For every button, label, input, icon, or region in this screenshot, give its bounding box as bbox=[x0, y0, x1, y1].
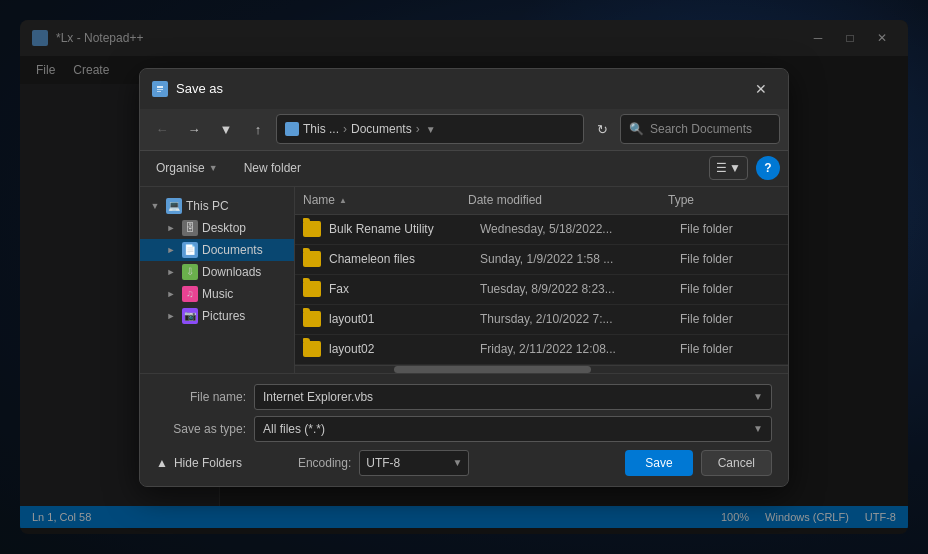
music-icon: ♫ bbox=[182, 286, 198, 302]
music-expand-icon: ► bbox=[164, 287, 178, 301]
col-header-type[interactable]: Type bbox=[668, 193, 768, 207]
file-list: Bulk Rename Utility Wednesday, 5/18/2022… bbox=[295, 215, 788, 365]
encoding-dropdown-arrow: ▼ bbox=[452, 457, 462, 468]
file-name-0: Bulk Rename Utility bbox=[329, 222, 480, 236]
file-name-3: layout01 bbox=[329, 312, 480, 326]
table-row[interactable]: layout01 Thursday, 2/10/2022 7:... File … bbox=[295, 305, 788, 335]
organise-button[interactable]: Organise ▼ bbox=[148, 157, 226, 179]
file-type-2: File folder bbox=[680, 282, 780, 296]
nav-path-sep-2: › bbox=[416, 122, 420, 136]
new-folder-button[interactable]: New folder bbox=[234, 157, 311, 179]
desktop-expand-icon: ► bbox=[164, 221, 178, 235]
nav-path-bar[interactable]: This ... › Documents › ▼ bbox=[276, 114, 584, 144]
organise-chevron-icon: ▼ bbox=[209, 163, 218, 173]
dialog-sidebar: ▼ 💻 This PC ► 🗄 Desktop ► 📄 Docum bbox=[140, 187, 295, 373]
dialog-close-button[interactable]: ✕ bbox=[746, 74, 776, 104]
nav-path-sep-1: › bbox=[343, 122, 347, 136]
filename-input[interactable]: Internet Explorer.vbs ▼ bbox=[254, 384, 772, 410]
this-pc-expand-icon: ▼ bbox=[148, 199, 162, 213]
hide-folders-arrow-icon: ▲ bbox=[156, 456, 168, 470]
downloads-label: Downloads bbox=[202, 265, 286, 279]
sidebar-item-documents[interactable]: ► 📄 Documents bbox=[140, 239, 294, 261]
file-type-1: File folder bbox=[680, 252, 780, 266]
documents-icon: 📄 bbox=[182, 242, 198, 258]
view-arrow-icon: ▼ bbox=[729, 161, 741, 175]
encoding-left: ▲ Hide Folders Encoding: UTF-8 ▼ bbox=[156, 450, 469, 476]
save-button[interactable]: Save bbox=[625, 450, 692, 476]
scrollbar-thumb[interactable] bbox=[394, 366, 591, 373]
cancel-button[interactable]: Cancel bbox=[701, 450, 772, 476]
nav-path-segment-1: This ... bbox=[303, 122, 339, 136]
recent-locations-button[interactable]: ▼ bbox=[212, 115, 240, 143]
pictures-label: Pictures bbox=[202, 309, 286, 323]
hide-folders-label: Hide Folders bbox=[174, 456, 242, 470]
encoding-value: UTF-8 bbox=[366, 456, 448, 470]
sidebar-item-downloads[interactable]: ► ⇩ Downloads bbox=[140, 261, 294, 283]
this-pc-icon: 💻 bbox=[166, 198, 182, 214]
folder-icon bbox=[303, 251, 321, 267]
table-row[interactable]: Fax Tuesday, 8/9/2022 8:23... File folde… bbox=[295, 275, 788, 305]
search-icon: 🔍 bbox=[629, 122, 644, 136]
sidebar-item-music[interactable]: ► ♫ Music bbox=[140, 283, 294, 305]
refresh-button[interactable]: ↻ bbox=[588, 115, 616, 143]
action-buttons: Save Cancel bbox=[625, 450, 772, 476]
dialog-navbar: ← → ▼ ↑ This ... › Documents › ▼ ↻ 🔍 Sea… bbox=[140, 109, 788, 151]
nav-path-segment-2: Documents bbox=[351, 122, 412, 136]
file-date-2: Tuesday, 8/9/2022 8:23... bbox=[480, 282, 680, 296]
savetype-dropdown-arrow: ▼ bbox=[753, 423, 763, 434]
sidebar-item-pictures[interactable]: ► 📷 Pictures bbox=[140, 305, 294, 327]
forward-button[interactable]: → bbox=[180, 115, 208, 143]
encoding-select[interactable]: UTF-8 ▼ bbox=[359, 450, 469, 476]
hide-folders-button[interactable]: ▲ Hide Folders bbox=[156, 456, 242, 470]
table-row[interactable]: Bulk Rename Utility Wednesday, 5/18/2022… bbox=[295, 215, 788, 245]
col-header-name[interactable]: Name ▲ bbox=[303, 193, 468, 207]
folder-icon bbox=[303, 221, 321, 237]
this-pc-label: This PC bbox=[186, 199, 286, 213]
sidebar-item-this-pc[interactable]: ▼ 💻 This PC bbox=[140, 195, 294, 217]
documents-expand-icon: ► bbox=[164, 243, 178, 257]
view-toggle-button[interactable]: ☰ ▼ bbox=[709, 156, 748, 180]
savetype-input[interactable]: All files (*.*) ▼ bbox=[254, 416, 772, 442]
folder-icon bbox=[303, 341, 321, 357]
savetype-row: Save as type: All files (*.*) ▼ bbox=[156, 416, 772, 442]
up-button[interactable]: ↑ bbox=[244, 115, 272, 143]
file-date-4: Friday, 2/11/2022 12:08... bbox=[480, 342, 680, 356]
filename-row: File name: Internet Explorer.vbs ▼ bbox=[156, 384, 772, 410]
table-row[interactable]: layout02 Friday, 2/11/2022 12:08... File… bbox=[295, 335, 788, 365]
savetype-label: Save as type: bbox=[156, 422, 246, 436]
organise-label: Organise bbox=[156, 161, 205, 175]
search-box[interactable]: 🔍 Search Documents bbox=[620, 114, 780, 144]
savetype-value: All files (*.*) bbox=[263, 422, 753, 436]
sidebar-item-desktop[interactable]: ► 🗄 Desktop bbox=[140, 217, 294, 239]
filename-value: Internet Explorer.vbs bbox=[263, 390, 753, 404]
dialog-main: Organise ▼ New folder ☰ ▼ ? ▼ bbox=[140, 151, 788, 373]
search-placeholder: Search Documents bbox=[650, 122, 752, 136]
desktop-icon: 🗄 bbox=[182, 220, 198, 236]
file-type-0: File folder bbox=[680, 222, 780, 236]
dialog-file-area: ▼ 💻 This PC ► 🗄 Desktop ► 📄 Docum bbox=[140, 187, 788, 373]
dialog-overlay: Save as ✕ ← → ▼ ↑ This ... › Documents ›… bbox=[0, 0, 928, 554]
file-type-4: File folder bbox=[680, 342, 780, 356]
table-row[interactable]: Chameleon files Sunday, 1/9/2022 1:58 ..… bbox=[295, 245, 788, 275]
pictures-icon: 📷 bbox=[182, 308, 198, 324]
view-icon: ☰ bbox=[716, 161, 727, 175]
music-label: Music bbox=[202, 287, 286, 301]
documents-label: Documents bbox=[202, 243, 286, 257]
horizontal-scrollbar[interactable] bbox=[295, 365, 788, 373]
dialog-title-icon bbox=[152, 81, 168, 97]
desktop-label: Desktop bbox=[202, 221, 286, 235]
filename-dropdown-arrow: ▼ bbox=[753, 391, 763, 402]
save-as-dialog: Save as ✕ ← → ▼ ↑ This ... › Documents ›… bbox=[139, 68, 789, 487]
dialog-toolbar: Organise ▼ New folder ☰ ▼ ? bbox=[140, 151, 788, 187]
col-header-date[interactable]: Date modified bbox=[468, 193, 668, 207]
dialog-title-text: Save as bbox=[176, 81, 738, 96]
file-name-1: Chameleon files bbox=[329, 252, 480, 266]
downloads-icon: ⇩ bbox=[182, 264, 198, 280]
file-date-0: Wednesday, 5/18/2022... bbox=[480, 222, 680, 236]
help-button[interactable]: ? bbox=[756, 156, 780, 180]
filename-label: File name: bbox=[156, 390, 246, 404]
back-button[interactable]: ← bbox=[148, 115, 176, 143]
file-date-3: Thursday, 2/10/2022 7:... bbox=[480, 312, 680, 326]
pictures-expand-icon: ► bbox=[164, 309, 178, 323]
downloads-expand-icon: ► bbox=[164, 265, 178, 279]
